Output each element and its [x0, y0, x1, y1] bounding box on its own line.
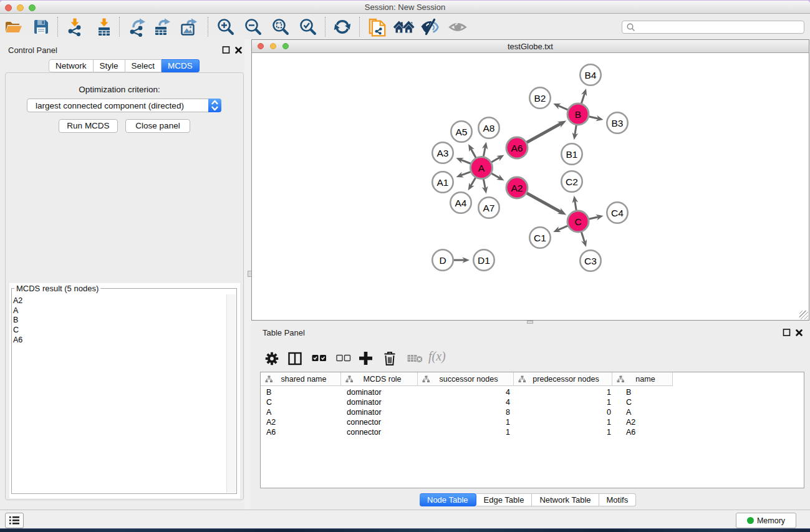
svg-text:D1: D1 [478, 255, 490, 266]
svg-text:B: B [575, 109, 581, 120]
svg-text:B4: B4 [585, 70, 597, 80]
svg-text:A2: A2 [511, 183, 523, 193]
svg-text:C3: C3 [584, 256, 597, 266]
svg-text:C2: C2 [566, 177, 578, 187]
svg-text:C1: C1 [534, 233, 546, 243]
svg-text:C: C [574, 216, 581, 227]
svg-text:A1: A1 [437, 177, 449, 188]
svg-text:B1: B1 [566, 149, 578, 160]
svg-text:A8: A8 [483, 123, 495, 133]
svg-text:B3: B3 [612, 118, 624, 128]
svg-text:A5: A5 [456, 127, 468, 137]
svg-text:A7: A7 [483, 203, 495, 213]
svg-text:A6: A6 [511, 143, 523, 153]
svg-text:A3: A3 [437, 148, 449, 158]
svg-text:B2: B2 [534, 93, 546, 104]
svg-text:A: A [478, 163, 485, 173]
svg-text:C4: C4 [611, 208, 624, 218]
svg-text:D: D [439, 255, 446, 266]
svg-text:A4: A4 [455, 198, 467, 208]
